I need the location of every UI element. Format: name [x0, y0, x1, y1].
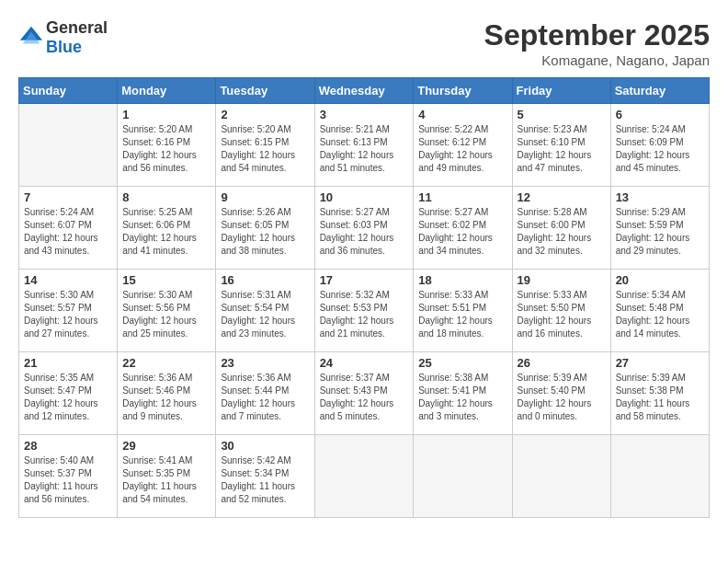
day-info: Sunrise: 5:38 AMSunset: 5:41 PMDaylight:… — [418, 372, 506, 423]
calendar-cell: 15Sunrise: 5:30 AMSunset: 5:56 PMDayligh… — [118, 270, 216, 352]
day-number: 5 — [518, 108, 606, 121]
calendar-cell: 30Sunrise: 5:42 AMSunset: 5:34 PMDayligh… — [216, 435, 314, 518]
day-info: Sunrise: 5:30 AMSunset: 5:56 PMDaylight:… — [122, 289, 210, 340]
logo-icon — [18, 25, 44, 51]
calendar-cell: 6Sunrise: 5:24 AMSunset: 6:09 PMDaylight… — [610, 104, 709, 187]
day-info: Sunrise: 5:39 AMSunset: 5:38 PMDaylight:… — [616, 372, 704, 423]
day-number: 28 — [24, 439, 112, 453]
day-number: 9 — [221, 190, 309, 204]
day-number: 25 — [418, 356, 506, 370]
calendar-cell — [314, 435, 414, 518]
day-info: Sunrise: 5:40 AMSunset: 5:37 PMDaylight:… — [24, 454, 112, 506]
day-header-sunday: Sunday — [19, 78, 118, 104]
day-info: Sunrise: 5:23 AMSunset: 6:10 PMDaylight:… — [518, 123, 606, 175]
day-info: Sunrise: 5:31 AMSunset: 5:54 PMDaylight:… — [221, 289, 309, 340]
day-header-tuesday: Tuesday — [216, 78, 314, 104]
calendar-cell — [512, 435, 610, 518]
day-info: Sunrise: 5:39 AMSunset: 5:40 PMDaylight:… — [518, 372, 606, 423]
week-row-4: 21Sunrise: 5:35 AMSunset: 5:47 PMDayligh… — [19, 352, 710, 435]
calendar-cell: 22Sunrise: 5:36 AMSunset: 5:46 PMDayligh… — [118, 352, 216, 435]
week-row-5: 28Sunrise: 5:40 AMSunset: 5:37 PMDayligh… — [19, 435, 710, 518]
calendar-cell: 29Sunrise: 5:41 AMSunset: 5:35 PMDayligh… — [118, 435, 216, 518]
calendar-cell: 21Sunrise: 5:35 AMSunset: 5:47 PMDayligh… — [19, 352, 118, 435]
calendar-cell: 7Sunrise: 5:24 AMSunset: 6:07 PMDaylight… — [19, 187, 118, 270]
day-number: 11 — [418, 190, 506, 204]
calendar-cell: 24Sunrise: 5:37 AMSunset: 5:43 PMDayligh… — [314, 352, 414, 435]
day-info: Sunrise: 5:21 AMSunset: 6:13 PMDaylight:… — [320, 123, 409, 175]
calendar-cell — [414, 435, 512, 518]
day-number: 17 — [320, 273, 409, 287]
calendar-cell: 27Sunrise: 5:39 AMSunset: 5:38 PMDayligh… — [610, 352, 709, 435]
day-number: 8 — [122, 190, 210, 204]
day-info: Sunrise: 5:33 AMSunset: 5:51 PMDaylight:… — [418, 289, 506, 340]
calendar-cell: 19Sunrise: 5:33 AMSunset: 5:50 PMDayligh… — [512, 270, 610, 352]
calendar-cell: 3Sunrise: 5:21 AMSunset: 6:13 PMDaylight… — [314, 104, 414, 187]
day-number: 13 — [616, 190, 704, 204]
calendar-cell: 28Sunrise: 5:40 AMSunset: 5:37 PMDayligh… — [19, 435, 118, 518]
calendar-cell: 16Sunrise: 5:31 AMSunset: 5:54 PMDayligh… — [216, 270, 314, 352]
calendar-cell: 5Sunrise: 5:23 AMSunset: 6:10 PMDaylight… — [512, 104, 610, 187]
day-info: Sunrise: 5:22 AMSunset: 6:12 PMDaylight:… — [418, 123, 506, 175]
day-info: Sunrise: 5:24 AMSunset: 6:07 PMDaylight:… — [24, 206, 112, 258]
calendar-cell: 26Sunrise: 5:39 AMSunset: 5:40 PMDayligh… — [512, 352, 610, 435]
calendar-cell: 9Sunrise: 5:26 AMSunset: 6:05 PMDaylight… — [216, 187, 314, 270]
day-number: 10 — [320, 190, 409, 204]
page-header: General Blue September 2025 Komagane, Na… — [18, 18, 710, 68]
calendar-cell: 14Sunrise: 5:30 AMSunset: 5:57 PMDayligh… — [19, 270, 118, 352]
days-header-row: SundayMondayTuesdayWednesdayThursdayFrid… — [19, 78, 710, 104]
day-info: Sunrise: 5:27 AMSunset: 6:03 PMDaylight:… — [320, 206, 409, 258]
day-info: Sunrise: 5:34 AMSunset: 5:48 PMDaylight:… — [616, 289, 704, 340]
day-number: 15 — [122, 273, 210, 287]
calendar-cell: 23Sunrise: 5:36 AMSunset: 5:44 PMDayligh… — [216, 352, 314, 435]
day-number: 20 — [616, 273, 704, 287]
day-info: Sunrise: 5:28 AMSunset: 6:00 PMDaylight:… — [518, 206, 606, 258]
day-number: 23 — [221, 356, 309, 370]
day-number: 30 — [221, 439, 309, 453]
calendar-cell: 10Sunrise: 5:27 AMSunset: 6:03 PMDayligh… — [314, 187, 414, 270]
week-row-1: 1Sunrise: 5:20 AMSunset: 6:16 PMDaylight… — [19, 104, 710, 187]
day-number: 6 — [616, 108, 704, 121]
day-info: Sunrise: 5:20 AMSunset: 6:15 PMDaylight:… — [221, 123, 309, 175]
location-subtitle: Komagane, Nagano, Japan — [484, 52, 710, 68]
day-number: 18 — [418, 273, 506, 287]
day-info: Sunrise: 5:33 AMSunset: 5:50 PMDaylight:… — [518, 289, 606, 340]
calendar-cell: 25Sunrise: 5:38 AMSunset: 5:41 PMDayligh… — [414, 352, 512, 435]
day-number: 16 — [221, 273, 309, 287]
month-title: September 2025 — [484, 18, 710, 52]
day-info: Sunrise: 5:41 AMSunset: 5:35 PMDaylight:… — [122, 454, 210, 506]
calendar-cell: 18Sunrise: 5:33 AMSunset: 5:51 PMDayligh… — [414, 270, 512, 352]
day-info: Sunrise: 5:24 AMSunset: 6:09 PMDaylight:… — [616, 123, 704, 175]
calendar-cell — [610, 435, 709, 518]
day-header-friday: Friday — [512, 78, 610, 104]
day-info: Sunrise: 5:37 AMSunset: 5:43 PMDaylight:… — [320, 372, 409, 423]
day-info: Sunrise: 5:26 AMSunset: 6:05 PMDaylight:… — [221, 206, 309, 258]
day-info: Sunrise: 5:42 AMSunset: 5:34 PMDaylight:… — [221, 454, 309, 506]
day-info: Sunrise: 5:20 AMSunset: 6:16 PMDaylight:… — [122, 123, 210, 175]
day-number: 4 — [418, 108, 506, 121]
day-header-saturday: Saturday — [610, 78, 709, 104]
day-number: 1 — [122, 108, 210, 121]
calendar-cell: 2Sunrise: 5:20 AMSunset: 6:15 PMDaylight… — [216, 104, 314, 187]
calendar-cell: 4Sunrise: 5:22 AMSunset: 6:12 PMDaylight… — [414, 104, 512, 187]
calendar-cell: 1Sunrise: 5:20 AMSunset: 6:16 PMDaylight… — [118, 104, 216, 187]
logo: General Blue — [18, 18, 108, 57]
day-number: 3 — [320, 108, 409, 121]
day-number: 21 — [24, 356, 112, 370]
day-info: Sunrise: 5:36 AMSunset: 5:44 PMDaylight:… — [221, 372, 309, 423]
day-info: Sunrise: 5:30 AMSunset: 5:57 PMDaylight:… — [24, 289, 112, 340]
logo-text: General Blue — [46, 18, 108, 57]
calendar-cell: 8Sunrise: 5:25 AMSunset: 6:06 PMDaylight… — [118, 187, 216, 270]
calendar-cell: 12Sunrise: 5:28 AMSunset: 6:00 PMDayligh… — [512, 187, 610, 270]
day-number: 12 — [518, 190, 606, 204]
day-info: Sunrise: 5:36 AMSunset: 5:46 PMDaylight:… — [122, 372, 210, 423]
calendar-cell — [19, 104, 118, 187]
day-number: 19 — [518, 273, 606, 287]
calendar-cell: 11Sunrise: 5:27 AMSunset: 6:02 PMDayligh… — [414, 187, 512, 270]
week-row-3: 14Sunrise: 5:30 AMSunset: 5:57 PMDayligh… — [19, 270, 710, 352]
day-number: 26 — [518, 356, 606, 370]
calendar-table: SundayMondayTuesdayWednesdayThursdayFrid… — [18, 77, 710, 518]
day-info: Sunrise: 5:27 AMSunset: 6:02 PMDaylight:… — [418, 206, 506, 258]
day-info: Sunrise: 5:25 AMSunset: 6:06 PMDaylight:… — [122, 206, 210, 258]
day-number: 14 — [24, 273, 112, 287]
day-number: 7 — [24, 190, 112, 204]
